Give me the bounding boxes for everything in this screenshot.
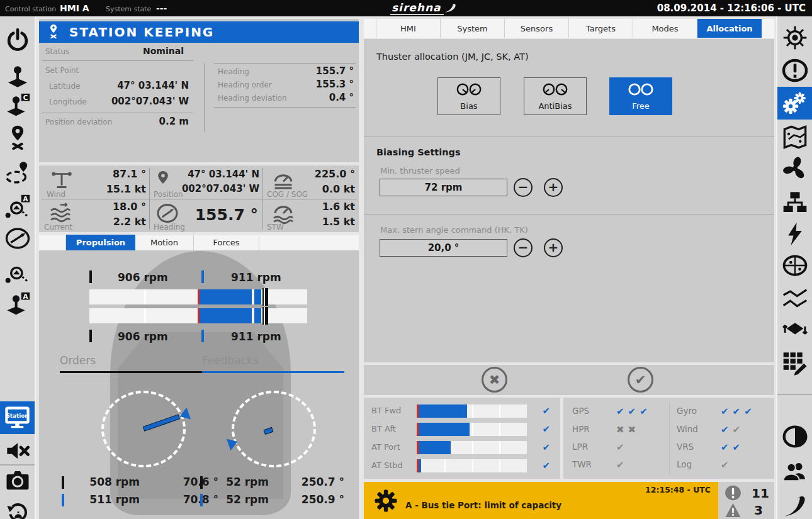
divider [204,63,205,132]
antibias-mode-button[interactable]: AntiBias [524,77,587,115]
system-state-value: --- [156,3,167,13]
thruster-row: AT Port ✔ [371,441,554,455]
system-state-label: System state [106,5,151,13]
max-angle-increment-button[interactable]: + [544,238,563,257]
tab-forces[interactable]: Forces [194,235,259,250]
sensor-row: TWR ✔ [572,457,667,472]
sidebar-divider [777,394,812,395]
control-station-label: Control station [5,5,56,13]
helm-button[interactable] [782,25,808,50]
sensors-target-button[interactable] [782,253,808,278]
max-angle-decrement-button[interactable]: − [514,238,533,257]
alarm-acknowledge-button[interactable] [5,499,30,519]
current-cell: Current 18.0 ° 2.2 kt [43,202,147,231]
thruster-bar-fill [419,405,467,418]
shaft-top-order: 906 rpm [118,271,168,284]
cancel-icon: ✖ [489,372,500,388]
tab-hmi[interactable]: HMI [376,19,441,38]
propulsion-button[interactable] [782,156,808,181]
sog-value: 0.0 kt [322,183,355,195]
joystick-button[interactable] [5,64,30,89]
bias-mode-button[interactable]: Bias [437,77,500,115]
alarm-timestamp: 12:15:48 - UTC [645,485,711,494]
status-value: Nominal [143,46,184,56]
map-button[interactable] [782,125,808,150]
alarm-count-icon [725,484,742,504]
alarm-message: A - Bus tie Port: limit of capacity [405,500,561,510]
alarm-count-panel[interactable]: 11 3 [718,482,774,519]
azimuth-port-feedback-angle: 70.8 ° [159,493,218,506]
max-angle-value-box[interactable]: 20,0 ° [380,239,507,257]
compass-heading-button[interactable] [5,226,30,251]
wind-direction: 87.1 ° [113,168,146,180]
longitude-value: 002°07.043' W [111,96,189,107]
check-icon: ✔ [744,406,752,417]
right-sidebar [776,16,812,519]
confirm-button[interactable]: ✔ [628,367,653,393]
min-speed-decrement-button[interactable]: − [514,178,533,197]
divider [214,63,356,64]
joystick-calibrate-button[interactable]: C [5,93,30,118]
fail-icon: ✖ [628,424,636,435]
motion-heave-button[interactable] [782,317,808,342]
track-button[interactable] [5,260,30,286]
tab-motion[interactable]: Motion [135,235,194,250]
mute-button[interactable] [5,438,30,463]
station-keeping-mode-button[interactable] [5,125,30,150]
power-button[interactable] [5,28,30,53]
alarm-bar[interactable]: A - Bus tie Port: limit of capacity 12:1… [364,482,718,519]
check-icon: ✔ [721,424,729,435]
shaft-bottom-order: 906 rpm [118,330,168,343]
thruster-bar-fill [419,441,451,454]
divider [364,137,774,137]
heading-value: 155.7 ° [316,65,354,77]
sensor-row: Gyro ✔✔✔ [677,404,771,419]
thruster-row: BT Fwd ✔ [371,405,554,418]
top-bar: Control station HMI A System state --- s… [0,0,812,16]
alert-list-button[interactable] [782,58,808,83]
position-pin-icon [156,170,170,191]
orders-values-row: 508 rpm 70.6 ° 52 rpm 250.7 ° [39,476,359,491]
check-icon: ✔ [616,442,624,453]
network-button[interactable] [782,190,808,215]
svg-text:A: A [23,195,28,203]
tab-system[interactable]: System [441,19,505,38]
shaft-bottom-feedback: 911 rpm [231,330,281,343]
min-speed-label: Min. thruster speed [380,166,460,176]
track-auto-button[interactable]: A [5,194,30,220]
tab-targets[interactable]: Targets [569,19,633,38]
tab-propulsion[interactable]: Propulsion [66,235,135,250]
check-icon: ✔ [721,442,729,453]
joystick-auto-button[interactable]: A [5,292,30,317]
check-icon: ✔ [733,442,741,453]
min-speed-increment-button[interactable]: + [544,178,563,197]
tab-sensors[interactable]: Sensors [505,19,569,38]
zone-keeping-button[interactable] [5,160,30,185]
trends-button[interactable] [782,286,808,311]
screenshot-button[interactable] [5,468,30,493]
tab-modes[interactable]: Modes [633,19,697,38]
settings-button[interactable] [777,87,812,120]
log-edit-button[interactable] [782,350,808,376]
cancel-button[interactable]: ✖ [482,367,507,393]
datetime: 08.09.2014 - 12:16:06 - UTC [657,3,806,14]
station-display-button[interactable]: Station [0,401,35,434]
power-supply-button[interactable] [782,221,808,247]
check-icon: ✔ [733,406,741,417]
fail-icon: ✖ [616,424,624,435]
sensor-row: LPR ✔ [572,440,667,455]
free-mode-button[interactable]: Free [609,77,672,115]
brand-swoosh-button[interactable] [782,493,808,518]
set-point-label: Set Point [45,66,79,75]
users-button[interactable] [782,459,808,484]
stw-speed2: 1.5 kt [322,216,355,228]
check-icon: ✔ [542,460,550,471]
contrast-button[interactable] [782,424,808,449]
check-icon: ✔ [616,406,624,417]
wind-label: Wind [47,190,65,199]
tab-allocation[interactable]: Allocation [697,19,762,38]
shaft-top-feedback: 911 rpm [231,271,281,284]
azimuth-stbd-order-rpm: 52 rpm [215,476,269,488]
shaft-bar-2 [89,308,307,323]
min-speed-value-box[interactable]: 72 rpm [380,179,507,196]
